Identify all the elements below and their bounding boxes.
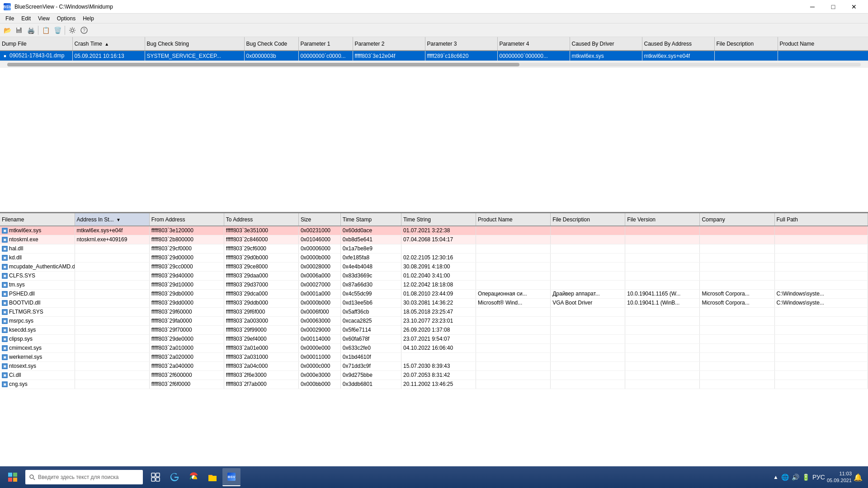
col-param4[interactable]: Parameter 4 [497,37,570,51]
col-param2[interactable]: Parameter 2 [353,37,425,51]
driver-table-row[interactable]: ▣ksecdd.sysfffff803`29f70000fffff803`29f… [0,325,868,334]
driver-table-row[interactable]: ▣werkernel.sysfffff803`2a020000fffff803`… [0,352,868,361]
edge-btn[interactable] [165,468,184,486]
crash-table-header: Dump File Crash Time ▲ Bug Check String … [0,37,868,51]
sort-arrow-address: ▼ [116,217,121,222]
col-caused-by-address[interactable]: Caused By Address [642,37,714,51]
taskbar: Введите здесь текст для поиска BSV ▲ 🌐 🔊… [0,466,868,488]
svg-rect-8 [151,473,155,477]
col-crash-time[interactable]: Crash Time ▲ [72,37,145,51]
bsv-taskbar-btn[interactable]: BSV [222,468,241,486]
notification-icon[interactable]: 🔔 [854,473,863,482]
col-to-address[interactable]: To Address [224,213,298,226]
tray-clock[interactable]: 11:03 05.09.2021 [827,470,852,484]
crash-table-hscrollbar[interactable] [0,61,868,68]
menu-help[interactable]: Help [79,14,98,23]
toolbar: 📂 🖨️ 📋 🗑️ ? [0,23,868,37]
col-param3[interactable]: Parameter 3 [425,37,497,51]
col-file-description-lower[interactable]: File Description [551,213,625,226]
col-filename[interactable]: Filename [0,213,75,226]
toolbar-delete-btn[interactable]: 🗑️ [52,25,63,36]
driver-file-icon: ▣ [2,372,8,378]
col-dump-file[interactable]: Dump File [0,37,72,51]
tray-keyboard-icon[interactable]: РУС [812,474,825,481]
svg-text:?: ? [83,28,85,33]
driver-table-row[interactable]: ▣clipsp.sysfffff803`29de0000fffff803`29e… [0,334,868,343]
start-button[interactable] [2,468,24,486]
driver-table-row[interactable]: ▣mcupdate_AuthenticAMD.dllfffff803`29cc0… [0,262,868,271]
driver-table-row[interactable]: ▣cmimcext.sysfffff803`2a010000fffff803`2… [0,343,868,352]
col-time-string[interactable]: Time String [401,213,476,226]
toolbar-copy-btn[interactable]: 📋 [40,25,51,36]
toolbar-help-btn[interactable]: ? [79,25,90,36]
col-caused-by-driver[interactable]: Caused By Driver [570,37,642,51]
toolbar-save-btn[interactable] [14,25,24,36]
chrome-btn[interactable] [184,468,203,486]
explorer-btn[interactable] [203,468,222,486]
driver-table-row[interactable]: ▣kd.dllfffff803`29d00000fffff803`29d0b00… [0,253,868,262]
driver-table-row[interactable]: ▣Ci.dllfffff803`2f600000fffff803`2f6e300… [0,371,868,380]
col-file-version[interactable]: File Version [625,213,700,226]
col-product-name-upper[interactable]: Product Name [778,37,868,51]
driver-file-icon: ▣ [2,309,8,315]
main-content: Dump File Crash Time ▲ Bug Check String … [0,37,868,488]
col-address-in-stack[interactable]: Address In St... ▼ [75,213,149,226]
col-full-path[interactable]: Full Path [774,213,868,226]
driver-table-row[interactable]: ▣PSHED.dllfffff803`29db0000fffff803`29dc… [0,289,868,298]
toolbar-print-btn[interactable]: 🖨️ [25,25,36,36]
search-bar[interactable]: Введите здесь текст для поиска [25,470,143,484]
col-size[interactable]: Size [298,213,340,226]
driver-table-row[interactable]: ▣ntosext.sysfffff803`2a040000fffff803`2a… [0,361,868,371]
driver-file-icon: ▣ [2,246,8,252]
driver-table-row[interactable]: ▣tm.sysfffff803`29d10000fffff803`29d3700… [0,280,868,289]
col-bug-check-code[interactable]: Bug Check Code [244,37,298,51]
driver-file-icon: ▣ [2,345,8,351]
sort-arrow-crash-time: ▲ [104,42,109,47]
driver-table-row[interactable]: ▣ntoskrnl.exentoskrnl.exe+409169fffff803… [0,235,868,244]
crash-hscroll-thumb[interactable] [7,63,519,66]
col-from-address[interactable]: From Address [149,213,224,226]
col-product-name-lower[interactable]: Product Name [476,213,551,226]
tray-arrow[interactable]: ▲ [773,474,778,480]
driver-table-row[interactable]: ▣CLFS.SYSfffff803`29d40000fffff803`29daa… [0,271,868,280]
crash-hscroll-track[interactable] [7,63,861,66]
task-view-btn[interactable] [146,468,165,486]
driver-table-row[interactable]: ▣FLTMGR.SYSfffff803`29f60000fffff803`29f… [0,307,868,316]
driver-table-row[interactable]: ▣BOOTVID.dllfffff803`29dd0000fffff803`29… [0,298,868,307]
svg-rect-1 [17,28,20,29]
col-timestamp[interactable]: Time Stamp [340,213,401,226]
col-bug-check-string[interactable]: Bug Check String [145,37,244,51]
tray-volume-icon[interactable]: 🔊 [792,474,799,481]
col-file-description-upper[interactable]: File Description [714,37,778,51]
menu-bar: File Edit View Options Help [0,14,868,23]
driver-table: Filename Address In St... ▼ From Address… [0,213,868,389]
svg-point-3 [71,29,74,32]
menu-view[interactable]: View [34,14,53,23]
col-company[interactable]: Company [700,213,774,226]
taskbar-icons: BSV [146,468,241,486]
menu-edit[interactable]: Edit [18,14,34,23]
driver-table-row[interactable]: ▣cng.sysfffff803`2f6f0000fffff803`2f7ab0… [0,380,868,389]
driver-file-icon: ▣ [2,381,8,387]
col-param1[interactable]: Parameter 1 [298,37,353,51]
driver-file-icon: ▣ [2,255,8,261]
crash-table-row[interactable]: ■090521-17843-01.dmp05.09.2021 10:16:13S… [0,51,868,61]
driver-file-icon: ▣ [2,282,8,288]
driver-table-row[interactable]: ▣msrpc.sysfffff803`29fa0000fffff803`2a00… [0,316,868,325]
driver-table-row[interactable]: ▣mtkwl6ex.sysmtkwl6ex.sys+e04ffffff803`3… [0,226,868,235]
minimize-button[interactable]: ─ [802,0,823,14]
title-bar-left: BSV BlueScreenView - C:\Windows\Minidump [4,3,113,10]
svg-rect-2 [17,31,21,33]
tray-network-icon: 🌐 [781,474,789,481]
driver-table-row[interactable]: ▣hal.dllfffff803`29cf0000fffff803`29cf60… [0,244,868,253]
driver-file-icon: ▣ [2,237,8,243]
maximize-button[interactable]: □ [823,0,844,14]
driver-table-container[interactable]: Filename Address In St... ▼ From Address… [0,213,868,477]
toolbar-settings-btn[interactable] [67,25,78,36]
driver-file-icon: ▣ [2,264,8,270]
menu-file[interactable]: File [2,14,18,23]
menu-options[interactable]: Options [53,14,79,23]
close-button[interactable]: ✕ [844,0,864,14]
toolbar-open-btn[interactable]: 📂 [2,25,13,36]
driver-file-icon: ▣ [2,354,8,360]
